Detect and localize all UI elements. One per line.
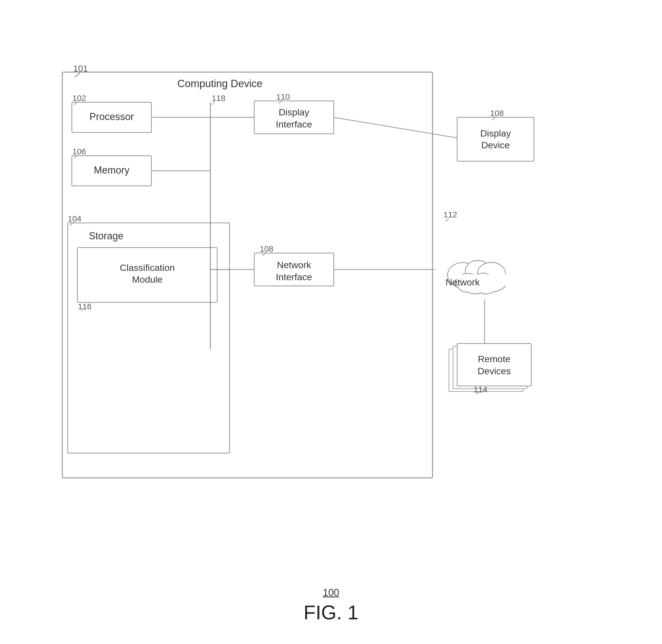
figure-number: 100 <box>303 587 359 598</box>
ref-110: 110 <box>276 92 290 101</box>
memory-label: Memory <box>94 164 130 176</box>
ref-114: 114 <box>474 385 487 394</box>
ref-112: 112 <box>443 210 457 219</box>
storage-label: Storage <box>89 230 123 242</box>
processor-label: Processor <box>89 111 134 122</box>
ref-108-net: 108 <box>260 244 273 253</box>
computing-device-label: Computing Device <box>178 78 262 89</box>
display-interface-line2: Interface <box>276 119 312 130</box>
network-interface-line2: Interface <box>276 272 312 282</box>
ref-102: 102 <box>72 93 86 102</box>
ref-118: 118 <box>212 93 225 102</box>
page: Computing Device 101 Processor 102 Memor… <box>29 21 633 624</box>
diagram-area: Computing Device 101 Processor 102 Memor… <box>29 21 633 581</box>
network-interface-line1: Network <box>277 260 312 270</box>
remote-devices-line1: Remote <box>478 354 510 364</box>
ref-101: 101 <box>73 64 88 73</box>
svg-rect-35 <box>457 344 531 386</box>
display-interface-line1: Display <box>279 107 309 117</box>
display-device-line2: Device <box>481 140 510 150</box>
network-label: Network <box>446 277 480 287</box>
classification-module-line1: Classification <box>120 262 175 273</box>
figure-caption: FIG. 1 <box>303 601 359 624</box>
svg-rect-22 <box>457 117 534 161</box>
display-device-line1: Display <box>480 128 511 138</box>
ref-104: 104 <box>68 214 82 223</box>
ref-108-display: 108 <box>490 109 504 118</box>
ref-116: 116 <box>78 302 92 311</box>
figure-label: 100 FIG. 1 <box>303 587 359 624</box>
ref-106: 106 <box>72 147 86 156</box>
classification-module-line2: Module <box>132 274 163 284</box>
network-cloud: Network <box>446 260 509 295</box>
remote-devices-line2: Devices <box>478 366 511 376</box>
